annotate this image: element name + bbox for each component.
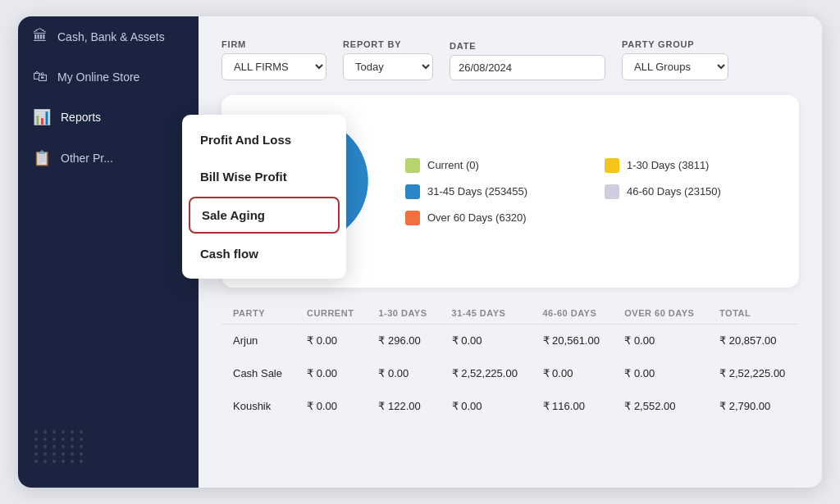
data-table: PARTY Current 1-30 Days 31-45 Days 46-60… bbox=[221, 302, 799, 422]
cell-row0-col0: Arjun bbox=[221, 325, 295, 357]
cell-row2-col6: ₹ 2,790.00 bbox=[708, 390, 799, 423]
cell-row0-col6: ₹ 20,857.00 bbox=[708, 325, 799, 357]
legend-label-46-60: 46-60 Days (23150) bbox=[627, 185, 721, 198]
legend-color-1-30 bbox=[605, 158, 619, 173]
reports-icon: 📊 bbox=[33, 108, 51, 126]
chart-legend: Current (0) 1-30 Days (3811) 31-45 Days … bbox=[405, 158, 779, 225]
date-filter-group: DATE bbox=[450, 41, 605, 80]
sidebar-item-label-reports: Reports bbox=[61, 111, 101, 124]
firm-filter-group: FIRM ALL FIRMS bbox=[221, 39, 326, 80]
table-header-row: PARTY Current 1-30 Days 31-45 Days 46-60… bbox=[221, 302, 799, 325]
cell-row1-col6: ₹ 2,52,225.00 bbox=[708, 357, 799, 390]
legend-color-46-60 bbox=[605, 184, 619, 199]
report-by-select[interactable]: Today bbox=[343, 53, 433, 80]
col-total: Total bbox=[708, 302, 799, 325]
cell-row2-col3: ₹ 0.00 bbox=[441, 390, 532, 423]
col-31-45: 31-45 Days bbox=[441, 302, 532, 325]
date-input[interactable] bbox=[450, 55, 605, 80]
table-row: Cash Sale₹ 0.00₹ 0.00₹ 2,52,225.00₹ 0.00… bbox=[221, 357, 799, 390]
sidebar-item-online-store[interactable]: 🛍 My Online Store bbox=[18, 57, 199, 97]
table-container: PARTY Current 1-30 Days 31-45 Days 46-60… bbox=[221, 302, 799, 422]
bank-icon: 🏛 bbox=[33, 28, 48, 45]
col-current: Current bbox=[295, 302, 367, 325]
party-group-select[interactable]: ALL Groups bbox=[622, 53, 728, 80]
app-container: 🏛 Cash, Bank & Assets 🛍 My Online Store … bbox=[18, 16, 822, 488]
date-label: DATE bbox=[450, 41, 605, 51]
cell-row1-col4: ₹ 0.00 bbox=[532, 357, 614, 390]
sidebar-item-reports[interactable]: 📊 Reports bbox=[18, 97, 199, 138]
store-icon: 🛍 bbox=[33, 68, 48, 85]
cell-row1-col5: ₹ 0.00 bbox=[613, 357, 708, 390]
table-row: Arjun₹ 0.00₹ 296.00₹ 0.00₹ 20,561.00₹ 0.… bbox=[221, 325, 799, 357]
cell-row0-col3: ₹ 0.00 bbox=[441, 325, 532, 357]
legend-label-current: Current (0) bbox=[427, 159, 479, 171]
legend-color-current bbox=[405, 158, 420, 173]
legend-item-46-60: 46-60 Days (23150) bbox=[605, 184, 779, 199]
sidebar-item-label-cash-bank: Cash, Bank & Assets bbox=[57, 30, 165, 43]
cell-row2-col5: ₹ 2,552.00 bbox=[613, 390, 708, 423]
col-1-30: 1-30 Days bbox=[367, 302, 440, 325]
other-icon: 📋 bbox=[33, 149, 51, 167]
firm-select[interactable]: ALL FIRMS bbox=[221, 53, 326, 80]
sidebar-item-cash-bank[interactable]: 🏛 Cash, Bank & Assets bbox=[18, 16, 199, 57]
cell-row0-col2: ₹ 296.00 bbox=[367, 325, 440, 357]
cell-row1-col2: ₹ 0.00 bbox=[367, 357, 440, 390]
dots-decoration bbox=[34, 430, 84, 463]
dropdown-item-cash-flow[interactable]: Cash flow bbox=[182, 235, 346, 272]
sidebar-item-label-online-store: My Online Store bbox=[57, 70, 139, 84]
legend-item-over-60: Over 60 Days (6320) bbox=[405, 211, 580, 225]
cell-row2-col4: ₹ 116.00 bbox=[532, 390, 614, 423]
report-by-filter-group: REPORT BY Today bbox=[343, 39, 433, 80]
firm-label: FIRM bbox=[221, 39, 326, 49]
col-46-60: 46-60 Days bbox=[532, 302, 614, 325]
filters-row: FIRM ALL FIRMS REPORT BY Today DATE PART… bbox=[221, 39, 799, 80]
report-by-label: REPORT BY bbox=[343, 39, 433, 49]
dropdown-item-bill-wise-profit[interactable]: Bill Wise Profit bbox=[182, 158, 346, 195]
col-party: PARTY bbox=[221, 302, 295, 325]
legend-color-over-60 bbox=[405, 211, 420, 225]
cell-row1-col1: ₹ 0.00 bbox=[295, 357, 367, 390]
legend-item-current: Current (0) bbox=[405, 158, 580, 173]
legend-label-31-45: 31-45 Days (253455) bbox=[427, 185, 527, 198]
cell-row0-col1: ₹ 0.00 bbox=[295, 325, 367, 357]
legend-item-31-45: 31-45 Days (253455) bbox=[405, 184, 580, 199]
cell-row0-col5: ₹ 0.00 bbox=[613, 325, 708, 357]
cell-row1-col3: ₹ 2,52,225.00 bbox=[441, 357, 532, 390]
dropdown-item-profit-loss[interactable]: Profit And Loss bbox=[182, 121, 346, 158]
cell-row2-col0: Koushik bbox=[221, 390, 295, 423]
reports-dropdown-menu: Profit And Loss Bill Wise Profit Sale Ag… bbox=[182, 115, 346, 279]
table-row: Koushik₹ 0.00₹ 122.00₹ 0.00₹ 116.00₹ 2,5… bbox=[221, 390, 799, 423]
cell-row2-col1: ₹ 0.00 bbox=[295, 390, 367, 423]
table-body: Arjun₹ 0.00₹ 296.00₹ 0.00₹ 20,561.00₹ 0.… bbox=[221, 325, 799, 423]
legend-item-1-30: 1-30 Days (3811) bbox=[605, 158, 779, 173]
sidebar: 🏛 Cash, Bank & Assets 🛍 My Online Store … bbox=[18, 16, 199, 488]
legend-label-1-30: 1-30 Days (3811) bbox=[627, 159, 709, 171]
cell-row2-col2: ₹ 122.00 bbox=[367, 390, 440, 423]
sidebar-item-other[interactable]: 📋 Other Pr... bbox=[18, 138, 199, 179]
sidebar-item-label-other: Other Pr... bbox=[61, 152, 113, 165]
party-group-label: PARTY GROUP bbox=[622, 39, 728, 49]
legend-label-over-60: Over 60 Days (6320) bbox=[427, 211, 527, 224]
legend-color-31-45 bbox=[405, 184, 420, 199]
col-over-60: Over 60 Days bbox=[613, 302, 708, 325]
cell-row0-col4: ₹ 20,561.00 bbox=[532, 325, 614, 357]
cell-row1-col0: Cash Sale bbox=[221, 357, 295, 390]
party-group-filter-group: PARTY GROUP ALL Groups bbox=[622, 39, 728, 80]
dropdown-item-sale-aging[interactable]: Sale Aging bbox=[189, 197, 340, 234]
